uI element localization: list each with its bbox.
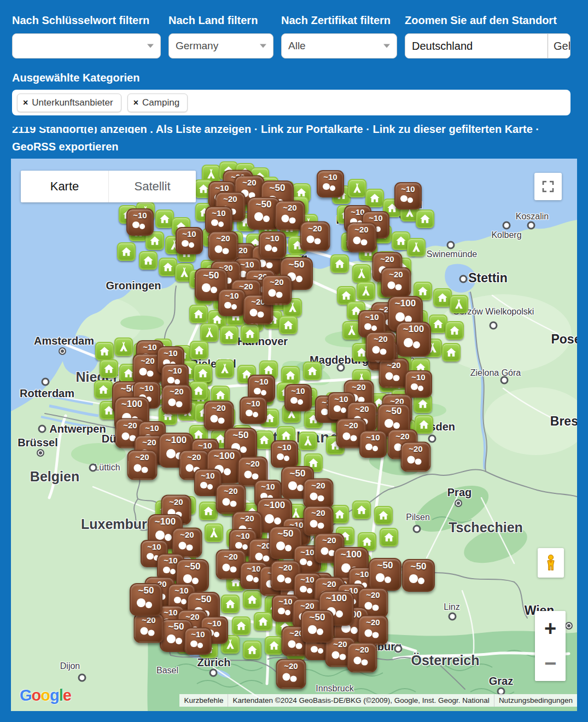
cluster-marker[interactable]: ~20 xyxy=(381,267,411,298)
certificate-filter-select[interactable]: Alle xyxy=(281,33,397,59)
portal-map-link[interactable]: Link zur Portalkarte xyxy=(261,123,363,135)
cluster-marker[interactable]: ~10 xyxy=(271,440,298,468)
cluster-marker[interactable]: ~10 xyxy=(176,227,203,254)
accommodation-marker[interactable] xyxy=(380,528,398,546)
keyword-filter-select[interactable] xyxy=(12,33,161,59)
camping-marker[interactable] xyxy=(200,323,219,342)
accommodation-marker[interactable] xyxy=(429,315,447,333)
cluster-marker[interactable]: ~50 xyxy=(369,558,401,591)
cluster-marker[interactable]: ~20 xyxy=(262,275,292,305)
camping-marker[interactable] xyxy=(357,282,375,300)
accommodation-marker[interactable] xyxy=(100,359,118,378)
cluster-marker[interactable]: ~50 xyxy=(130,583,162,616)
accommodation-marker[interactable] xyxy=(159,258,177,276)
accommodation-marker[interactable] xyxy=(279,316,298,334)
accommodation-marker[interactable] xyxy=(303,362,322,380)
georss-export-link[interactable]: GeoRSS exportieren xyxy=(12,141,119,153)
accommodation-marker[interactable] xyxy=(243,590,261,609)
cluster-marker[interactable]: ~20 xyxy=(208,231,238,261)
accommodation-marker[interactable] xyxy=(199,502,218,520)
map-canvas[interactable]: AmsterdamNiederlandeRotterdamAntwerpenBr… xyxy=(11,159,577,711)
cluster-marker[interactable]: ~20 xyxy=(401,442,431,472)
cluster-marker[interactable]: ~20 xyxy=(347,643,377,673)
camping-marker[interactable] xyxy=(205,523,223,542)
cluster-marker[interactable]: ~20 xyxy=(134,613,164,643)
accommodation-marker[interactable] xyxy=(139,251,158,270)
cluster-marker[interactable]: ~10 xyxy=(205,206,232,234)
cluster-marker[interactable]: ~10 xyxy=(317,170,344,197)
cluster-marker[interactable]: ~10 xyxy=(284,384,312,411)
cluster-marker[interactable]: ~10 xyxy=(394,182,422,209)
cluster-marker[interactable]: ~50 xyxy=(402,559,435,592)
accommodation-marker[interactable] xyxy=(254,612,272,631)
accommodation-marker[interactable] xyxy=(221,595,240,613)
cluster-marker[interactable]: ~20 xyxy=(304,479,334,509)
country-filter-select[interactable]: Germany xyxy=(168,33,273,59)
camping-marker[interactable] xyxy=(348,179,366,197)
location-input[interactable] xyxy=(405,34,548,58)
accommodation-marker[interactable] xyxy=(281,366,300,385)
category-chip-camping[interactable]: × Camping xyxy=(127,94,188,112)
filtered-map-link[interactable]: Link zu dieser gefilterten Karte xyxy=(373,123,533,135)
camping-marker[interactable] xyxy=(299,432,317,450)
cluster-marker[interactable]: ~10 xyxy=(240,397,267,424)
zoom-out-button[interactable]: − xyxy=(535,646,566,681)
cluster-marker[interactable]: ~20 xyxy=(204,401,234,431)
accommodation-marker[interactable] xyxy=(95,342,114,360)
accommodation-marker[interactable] xyxy=(433,288,452,307)
camping-marker[interactable] xyxy=(216,359,234,378)
cluster-marker[interactable]: ~10 xyxy=(405,370,432,398)
go-button[interactable]: Gehe zu xyxy=(548,34,570,58)
accommodation-marker[interactable] xyxy=(352,500,371,519)
cluster-marker[interactable]: ~100 xyxy=(396,322,431,357)
cluster-marker[interactable]: ~20 xyxy=(276,659,306,689)
cluster-marker[interactable]: ~10 xyxy=(359,430,387,458)
accommodation-marker[interactable] xyxy=(265,636,283,655)
camping-marker[interactable] xyxy=(114,337,133,356)
camping-marker[interactable] xyxy=(450,295,468,313)
accommodation-marker[interactable] xyxy=(189,305,208,323)
pegman-button[interactable] xyxy=(538,548,564,578)
cluster-marker[interactable]: ~20 xyxy=(304,506,334,536)
remove-chip-icon[interactable]: × xyxy=(133,98,138,108)
cluster-marker[interactable]: ~20 xyxy=(366,332,396,362)
map-type-satellit-button[interactable]: Satellit xyxy=(108,171,196,202)
cluster-marker[interactable]: ~10 xyxy=(184,627,212,655)
accommodation-marker[interactable] xyxy=(190,341,208,359)
accommodation-marker[interactable] xyxy=(94,380,113,399)
category-chip-unterkunftsanbieter[interactable]: × Unterkunftsanbieter xyxy=(17,94,121,112)
cluster-marker[interactable]: ~20 xyxy=(127,450,158,480)
cluster-marker[interactable]: ~20 xyxy=(300,222,330,252)
cluster-marker[interactable]: ~20 xyxy=(347,223,377,253)
accommodation-marker[interactable] xyxy=(232,616,251,635)
accommodation-marker[interactable] xyxy=(241,324,259,343)
accommodation-marker[interactable] xyxy=(365,189,384,207)
accommodation-marker[interactable] xyxy=(416,209,434,228)
accommodation-marker[interactable] xyxy=(155,209,174,228)
google-logo[interactable]: Google xyxy=(20,686,71,704)
cluster-marker[interactable]: ~20 xyxy=(162,385,192,415)
accommodation-marker[interactable] xyxy=(189,381,208,400)
accommodation-marker[interactable] xyxy=(194,364,212,382)
accommodation-marker[interactable] xyxy=(220,325,238,344)
cluster-marker[interactable]: ~10 xyxy=(218,289,246,316)
remove-chip-icon[interactable]: × xyxy=(23,98,28,108)
keyboard-shortcuts-link[interactable]: Kurzbefehle xyxy=(179,694,228,707)
cluster-marker[interactable]: ~50 xyxy=(301,610,334,643)
accommodation-marker[interactable] xyxy=(445,321,464,340)
selected-categories-box[interactable]: × Unterkunftsanbieter × Camping xyxy=(12,90,570,115)
accommodation-marker[interactable] xyxy=(415,415,433,434)
cluster-marker[interactable]: ~10 xyxy=(259,231,286,259)
accommodation-marker[interactable] xyxy=(374,506,393,525)
accommodation-marker[interactable] xyxy=(243,641,261,659)
fullscreen-button[interactable] xyxy=(534,173,562,200)
camping-marker[interactable] xyxy=(352,264,371,283)
cluster-marker[interactable]: ~20 xyxy=(216,484,246,514)
zoom-in-button[interactable]: + xyxy=(535,611,566,646)
cluster-marker[interactable]: ~20 xyxy=(358,615,388,645)
show-as-list-link[interactable]: Als Liste anzeigen xyxy=(156,123,252,135)
map-type-karte-button[interactable]: Karte xyxy=(21,171,108,202)
cluster-marker[interactable]: ~10 xyxy=(126,208,154,236)
accommodation-marker[interactable] xyxy=(442,343,461,362)
accommodation-marker[interactable] xyxy=(117,242,136,261)
